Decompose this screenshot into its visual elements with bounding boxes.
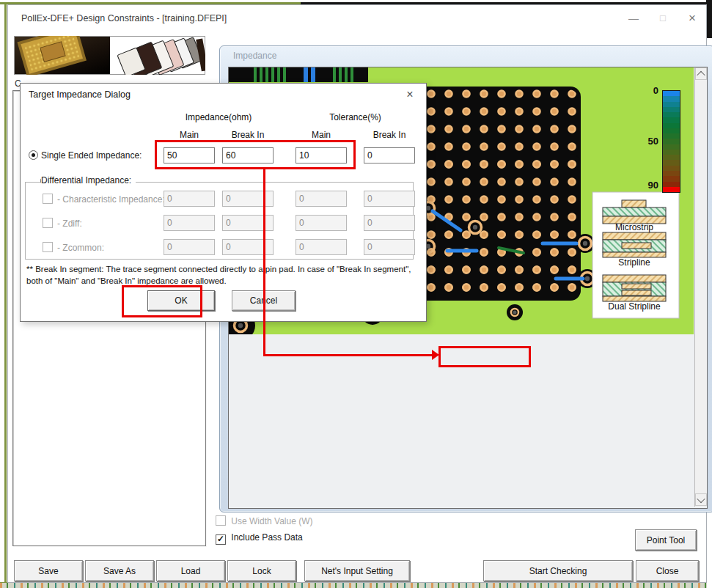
characteristic-impedance-label: - Characteristic Impedance: — [57, 194, 165, 205]
scale-color-block — [663, 96, 680, 101]
lock-button[interactable]: Lock — [227, 560, 296, 581]
zdiff-tolerance-breakin-input[interactable] — [364, 215, 415, 231]
tolerance-header: Tolerance(%) — [296, 112, 415, 122]
vertical-scrollbar[interactable] — [694, 67, 707, 507]
use-width-value-option[interactable]: Use Width Value (W) — [216, 515, 312, 528]
dialog-close-icon[interactable]: × — [400, 87, 419, 102]
scroll-up-button[interactable] — [695, 67, 707, 80]
background-app-left-edge — [4, 3, 7, 582]
breakin-subheader-1: Break In — [222, 130, 274, 140]
point-tool-button[interactable]: Point Tool — [635, 529, 697, 551]
impedance-color-scale — [662, 90, 680, 193]
scale-color-block — [663, 155, 680, 160]
scale-color-block — [663, 91, 680, 96]
zcommon-tolerance-main-input[interactable] — [296, 239, 347, 255]
scroll-down-button[interactable] — [695, 493, 707, 506]
scale-label-0: 0 — [642, 85, 658, 96]
window-title: PollEx-DFE+ Design Constraints - [traini… — [21, 13, 227, 23]
breakin-subheader-2: Break In — [364, 130, 415, 140]
scale-color-block — [663, 182, 680, 187]
target-impedance-dialog: Target Impedance Dialog × Impedance(ohm)… — [20, 83, 427, 322]
dialog-title: Target Impedance Dialog — [29, 89, 131, 100]
char-impedance-breakin-input[interactable] — [222, 191, 274, 207]
annotation-vertical-line — [263, 167, 265, 356]
scale-color-block — [663, 160, 680, 165]
scale-color-block — [663, 166, 680, 171]
header-thumbnail-images — [14, 36, 205, 75]
include-pass-data-checkbox[interactable]: ✓ — [216, 534, 226, 545]
zdiff-impedance-main-input[interactable] — [164, 215, 215, 231]
chevron-down-icon — [697, 494, 705, 502]
zdiff-checkbox[interactable] — [43, 218, 53, 228]
zcommon-impedance-breakin-input[interactable] — [222, 239, 274, 255]
include-pass-data-option[interactable]: ✓ Include Pass Data — [216, 534, 303, 545]
zcommon-label: - Zcommon: — [57, 243, 104, 253]
zdiff-impedance-breakin-input[interactable] — [222, 215, 274, 231]
scale-color-block — [663, 107, 680, 112]
scale-color-block — [663, 128, 680, 133]
zcommon-checkbox[interactable] — [43, 242, 53, 252]
scale-color-block — [663, 117, 680, 122]
zdiff-label: - Zdiff: — [57, 218, 82, 229]
scale-label-90: 90 — [642, 180, 658, 191]
single-ended-breakin-tolerance-input[interactable] — [364, 147, 415, 163]
scale-color-block — [663, 176, 680, 181]
zcommon-tolerance-breakin-input[interactable] — [364, 239, 415, 255]
char-tolerance-breakin-input[interactable] — [364, 191, 415, 207]
microstrip-label: Microstrip — [615, 222, 653, 232]
dual-stripline-label: Dual Stripline — [608, 301, 661, 312]
differential-label: Differential Impedance: — [41, 175, 136, 185]
impedance-ohm-header: Impedance(ohm) — [164, 112, 274, 122]
scale-color-block — [663, 102, 680, 107]
stripline-label: Stripline — [618, 257, 650, 268]
main-subheader-2: Main — [296, 130, 347, 140]
annotation-box-ok-button — [122, 285, 202, 317]
scale-color-block — [663, 133, 680, 139]
breakin-note: ** Break In segment: The trace segment c… — [26, 263, 415, 287]
nets-input-setting-button[interactable]: Net's Input Setting — [304, 560, 410, 581]
zdiff-tolerance-main-input[interactable] — [296, 215, 347, 231]
scale-color-block — [663, 112, 680, 117]
annotation-box-target-impedance — [438, 346, 531, 367]
chevron-up-icon — [697, 70, 705, 78]
scale-color-block — [663, 187, 680, 192]
single-ended-radio[interactable] — [29, 150, 38, 160]
main-subheader-1: Main — [164, 130, 215, 140]
annotation-box-impedance-fields — [155, 140, 356, 169]
single-ended-label: Single Ended Impedance: — [41, 150, 142, 161]
background-app-right-edge — [706, 0, 712, 38]
close-button[interactable]: Close — [636, 560, 699, 581]
close-icon[interactable]: × — [681, 10, 703, 26]
scale-color-block — [663, 123, 680, 128]
char-impedance-main-input[interactable] — [164, 191, 215, 207]
maximize-icon[interactable]: □ — [652, 10, 674, 26]
scale-color-block — [663, 139, 680, 144]
background-pcb-bottom-sliver — [0, 582, 707, 588]
start-checking-button[interactable]: Start Checking — [483, 560, 633, 581]
minimize-icon[interactable]: — — [623, 10, 645, 26]
use-width-value-checkbox[interactable] — [216, 515, 226, 526]
load-button[interactable]: Load — [156, 560, 225, 581]
save-as-button[interactable]: Save As — [85, 560, 154, 581]
char-tolerance-main-input[interactable] — [296, 191, 347, 207]
impedance-panel-label: Impedance — [233, 51, 276, 61]
scale-color-block — [663, 150, 680, 155]
include-pass-data-label: Include Pass Data — [231, 532, 302, 543]
characteristic-impedance-checkbox[interactable] — [43, 194, 53, 204]
use-width-value-label: Use Width Value (W) — [231, 516, 312, 526]
scale-label-50: 50 — [642, 136, 658, 147]
annotation-horizontal-line — [263, 354, 433, 356]
scale-color-block — [663, 144, 680, 150]
zcommon-impedance-main-input[interactable] — [164, 239, 215, 255]
save-button[interactable]: Save — [14, 560, 83, 581]
title-bar: PollEx-DFE+ Design Constraints - [traini… — [8, 5, 706, 32]
scale-color-block — [663, 171, 680, 176]
